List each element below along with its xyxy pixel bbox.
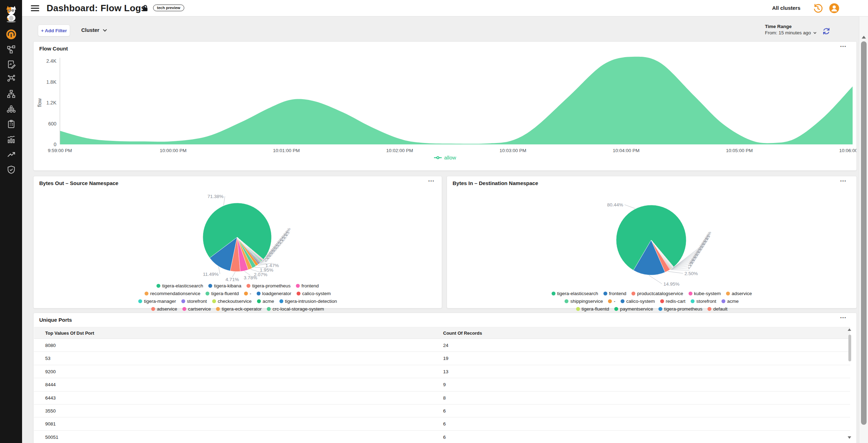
x-axis-tick-label: 10:00:00 PM (160, 148, 187, 153)
table-scrollbar-thumb[interactable] (848, 335, 851, 361)
legend-dot (691, 299, 695, 303)
legend-item-storefront[interactable]: storefront (691, 299, 716, 304)
all-clusters-label[interactable]: All clusters (772, 5, 800, 11)
legend-item-tigera-elasticsearch[interactable]: tigera-elasticsearch (551, 291, 598, 296)
time-range-label: Time Range (765, 24, 815, 29)
legend-dot (151, 307, 155, 311)
legend-item-recommendationservice[interactable]: recommendationservice (145, 291, 200, 296)
sidebar-item-logs[interactable] (0, 59, 22, 70)
hamburger-menu-button[interactable] (31, 5, 39, 12)
calico-logo (0, 5, 22, 23)
cell-dst-port: 9081 (45, 421, 56, 427)
add-filter-button[interactable]: + Add Filter (38, 25, 70, 36)
pie-percent-label: 1.47% (266, 263, 279, 268)
legend-item-redis-cart[interactable]: redis-cart (660, 299, 686, 304)
legend-item-tigera-elasticsearch[interactable]: tigera-elasticsearch (157, 283, 203, 288)
page-scrollbar (859, 16, 868, 443)
sidebar-item-trends[interactable] (0, 149, 22, 160)
legend-item-tigera-manager[interactable]: tigera-manager (138, 299, 176, 304)
legend-item-paymentservice[interactable]: paymentservice (614, 306, 653, 312)
legend-item-crc-local-storage-system[interactable]: crc-local-storage-system (267, 306, 324, 312)
sidebar-item-workloads[interactable] (0, 104, 22, 114)
legend-item-adservice[interactable]: adservice (726, 291, 752, 296)
scroll-down-arrow[interactable] (848, 436, 851, 439)
legend-item-cartservice[interactable]: cartservice (182, 306, 211, 312)
legend-item-kube-system[interactable]: kube-system (688, 291, 721, 296)
cell-count: 9 (443, 382, 446, 387)
scroll-up-arrow[interactable] (862, 36, 866, 39)
table-header-row: Top Values Of Dst Port Count Of Records (34, 327, 850, 339)
legend-item-tigera-fluentd[interactable]: tigera-fluentd (576, 306, 609, 312)
legend-item-calico-system[interactable]: calico-system (621, 299, 655, 304)
service-graph-icon (7, 74, 16, 83)
legend-item-acme[interactable]: acme (722, 299, 739, 304)
legend-label: tigera-kibana (214, 283, 241, 288)
legend-item-tigera-prometheus[interactable]: tigera-prometheus (659, 306, 703, 312)
legend-label: tigera-prometheus (252, 283, 291, 288)
legend-label: acme (262, 299, 274, 304)
legend-label: allow (444, 155, 456, 161)
column-header-dst-port[interactable]: Top Values Of Dst Port (45, 330, 94, 336)
legend-label: adservice (732, 291, 752, 296)
legend-dot (206, 292, 209, 295)
bytes-in-legend: tigera-elasticsearchfrontendproductcatal… (549, 291, 754, 312)
legend-item-tigera-eck-operator[interactable]: tigera-eck-operator (216, 306, 262, 312)
legend-label: - (250, 291, 252, 296)
sidebar-item-reports[interactable] (0, 134, 22, 144)
sidebar-item-network-sets[interactable] (0, 89, 22, 99)
legend-label: productcatalogservice (637, 291, 683, 296)
legend-dot (244, 292, 248, 295)
page-scrollbar-thumb[interactable] (861, 41, 867, 425)
sidebar-item-service-graph[interactable] (0, 73, 22, 84)
cell-count: 8 (443, 395, 446, 401)
legend-item-tigera-intrusion-detection[interactable]: tigera-intrusion-detection (279, 299, 337, 304)
legend-item-storefront[interactable]: storefront (181, 299, 207, 304)
shield-check-icon (7, 165, 16, 174)
legend-item-tigera-prometheus[interactable]: tigera-prometheus (247, 283, 291, 288)
sidebar-item-network[interactable] (0, 44, 22, 55)
legend-item-acme[interactable]: acme (257, 299, 274, 304)
legend-item-frontend[interactable]: frontend (603, 291, 626, 296)
legend-item-checkoutservice[interactable]: checkoutservice (212, 299, 252, 304)
cluster-dropdown[interactable]: Cluster (81, 27, 106, 33)
x-axis-tick-label: 10:05:00 PM (726, 148, 753, 153)
column-header-count[interactable]: Count Of Records (443, 330, 482, 336)
legend-item-loadgenerator[interactable]: loadgenerator (256, 291, 291, 296)
legend-item-adservice[interactable]: adservice (151, 306, 177, 312)
legend-item-default[interactable]: default (708, 306, 728, 312)
legend-label: tigera-prometheus (664, 306, 703, 312)
legend-item--[interactable]: - (244, 291, 252, 296)
legend-item-productcatalogservice[interactable]: productcatalogservice (632, 291, 683, 296)
legend-label: tigera-elasticsearch (557, 291, 598, 296)
time-range-control[interactable]: Time Range From: 15 minutes ago (765, 24, 815, 35)
tech-preview-badge: tech preview (153, 5, 184, 11)
legend-label: tigera-elasticsearch (162, 283, 203, 288)
legend-label: cartservice (188, 306, 211, 312)
trend-arrow-icon (7, 150, 16, 159)
legend-dot (216, 307, 220, 311)
legend-item-shippingservice[interactable]: shippingservice (565, 299, 603, 304)
sidebar-item-policies[interactable] (0, 119, 22, 129)
sidebar-item-dashboard[interactable] (0, 29, 22, 40)
pie-percent-label: 80.44% (607, 202, 623, 207)
legend-dot (257, 299, 261, 303)
x-axis-tick-label: 9:59:00 PM (48, 148, 72, 153)
legend-item-calico-system[interactable]: calico-system (297, 291, 331, 296)
flow-legend-allow[interactable]: allow (34, 155, 856, 161)
scroll-up-arrow[interactable] (848, 328, 851, 331)
legend-item-tigera-fluentd[interactable]: tigera-fluentd (206, 291, 239, 296)
legend-label: storefront (187, 299, 207, 304)
allow-area-series (60, 57, 853, 144)
refresh-icon[interactable] (822, 27, 830, 35)
panel-menu-icon[interactable]: ••• (840, 316, 847, 320)
pie-percent-label: <1% (284, 227, 292, 237)
legend-dot (256, 292, 260, 295)
legend-dot (247, 284, 250, 288)
legend-item--[interactable]: - (608, 299, 615, 304)
user-avatar[interactable] (829, 3, 839, 13)
legend-item-frontend[interactable]: frontend (296, 283, 319, 288)
sitemap-icon (7, 89, 16, 98)
legend-item-tigera-kibana[interactable]: tigera-kibana (208, 283, 241, 288)
sidebar-item-compliance[interactable] (0, 164, 22, 175)
history-icon[interactable] (813, 3, 823, 14)
